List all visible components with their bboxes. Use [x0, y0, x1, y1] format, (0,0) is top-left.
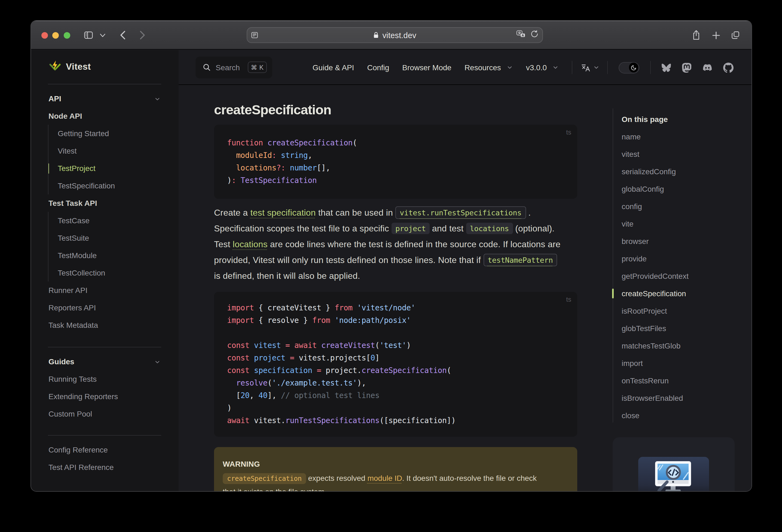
- outline-item-isrootproject[interactable]: isRootProject: [621, 302, 743, 320]
- sidebar-item-test-api-reference[interactable]: Test API Reference: [48, 459, 179, 476]
- sidebar-item-custom-pool[interactable]: Custom Pool: [48, 405, 179, 422]
- dark-mode-toggle[interactable]: [618, 62, 639, 73]
- sponsor-card[interactable]: [613, 437, 734, 491]
- doc-scroll-area[interactable]: createSpecification ts function createSp…: [179, 85, 751, 491]
- sidebar-item-running-tests[interactable]: Running Tests: [48, 370, 179, 387]
- nav-link-v3-0-0[interactable]: v3.0.0: [520, 63, 565, 72]
- nav-link-config[interactable]: Config: [360, 63, 396, 72]
- vitest-logo[interactable]: Vitest: [48, 60, 91, 73]
- outline-item-globalconfig[interactable]: globalConfig: [621, 180, 743, 198]
- code-line: const specification = project.createSpec…: [227, 364, 564, 377]
- warning-title: WARNING: [223, 459, 569, 468]
- nav-link-label: v3.0.0: [526, 63, 547, 72]
- sidebar-group-title-guides[interactable]: Guides: [48, 353, 179, 370]
- close-window-button[interactable]: [41, 32, 48, 39]
- doc-link-test-specification[interactable]: test specification: [250, 208, 316, 217]
- sidebar-item-testsuite[interactable]: TestSuite: [58, 229, 179, 247]
- share-icon[interactable]: [689, 21, 703, 49]
- outline-item-close[interactable]: close: [621, 407, 743, 424]
- outline-item-name[interactable]: name: [621, 128, 743, 145]
- lock-icon: [373, 32, 379, 39]
- outline-item-serializedconfig[interactable]: serializedConfig: [621, 163, 743, 180]
- docs-navbar: Search ⌘ K Guide & APIConfigBrowser Mode…: [179, 50, 751, 85]
- zoom-window-button[interactable]: [64, 32, 70, 39]
- search-shortcut: ⌘ K: [248, 62, 267, 73]
- paragraph-line: provided, Vitest will only run tests def…: [214, 252, 577, 268]
- sidebar-group-label: Guides: [48, 357, 74, 366]
- sidebar-item-testcase[interactable]: TestCase: [58, 212, 179, 229]
- outline-item-createspecification[interactable]: createSpecification: [621, 285, 743, 302]
- discord-icon[interactable]: [697, 58, 718, 77]
- outline-item-vite[interactable]: vite: [621, 215, 743, 233]
- doc-link-locations[interactable]: locations: [233, 239, 268, 249]
- nav-link-guide-api[interactable]: Guide & API: [306, 63, 361, 72]
- sidebar-item-task-metadata[interactable]: Task Metadata: [48, 316, 179, 334]
- sidebar-group-label: API: [48, 94, 61, 103]
- code-line: const vitest = await createVitest('test'…: [227, 339, 564, 352]
- code-line: [20, 40], // optional test lines: [227, 389, 564, 401]
- forward-icon[interactable]: [137, 21, 148, 49]
- sidebar-item-extending-reporters[interactable]: Extending Reporters: [48, 387, 179, 405]
- sidebar-item-vitest[interactable]: Vitest: [58, 142, 179, 159]
- github-icon[interactable]: [718, 58, 739, 77]
- warning-line: createSpecification expects resolved mod…: [223, 471, 569, 485]
- code-block-example[interactable]: ts import { createVitest } from 'vitest/…: [214, 292, 577, 436]
- code-line: resolve('./example.test.ts'),: [227, 377, 564, 389]
- safari-window: vitest.dev: [31, 21, 751, 491]
- bluesky-icon[interactable]: [656, 58, 676, 77]
- sidebar-group-title-api[interactable]: API: [48, 90, 179, 107]
- outline-item-config[interactable]: config: [621, 198, 743, 215]
- doc-code-link-vitest-runtestspecifications[interactable]: vitest.runTestSpecifications: [395, 208, 526, 217]
- code-line: await vitest.runTestSpecifications([spec…: [227, 414, 564, 427]
- nav-link-resources[interactable]: Resources: [458, 63, 520, 72]
- outline-item-vitest[interactable]: vitest: [621, 145, 743, 163]
- main-area: Search ⌘ K Guide & APIConfigBrowser Mode…: [179, 50, 751, 491]
- sidebar-item-testcollection[interactable]: TestCollection: [58, 264, 179, 282]
- nav-link-label: Resources: [464, 63, 501, 72]
- sidebar-divider: [48, 435, 161, 436]
- sidebar-item-runner-api[interactable]: Runner API: [48, 282, 179, 299]
- outline-item-browser[interactable]: browser: [621, 233, 743, 250]
- outline-item-import[interactable]: import: [621, 354, 743, 372]
- url-host[interactable]: vitest.dev: [382, 31, 416, 39]
- browser-titlebar: vitest.dev: [31, 21, 751, 49]
- tab-group-chevron-icon[interactable]: [98, 21, 107, 49]
- outline-item-matchestestglob[interactable]: matchesTestGlob: [621, 337, 743, 354]
- address-bar[interactable]: vitest.dev: [246, 28, 543, 43]
- inline-code: createSpecification: [223, 473, 306, 484]
- new-tab-icon[interactable]: [709, 21, 722, 49]
- tab-overview-icon[interactable]: [728, 21, 742, 49]
- outline-item-ontestsrerun[interactable]: onTestsRerun: [621, 372, 743, 389]
- minimize-window-button[interactable]: [52, 32, 59, 39]
- inline-code: testNamePattern: [483, 254, 557, 266]
- sidebar-item-getting-started[interactable]: Getting Started: [58, 125, 179, 142]
- language-menu-button[interactable]: [572, 63, 607, 72]
- sidebar-item-config-reference[interactable]: Config Reference: [48, 441, 179, 459]
- chevron-down-icon: [549, 64, 559, 71]
- outline-item-provide[interactable]: provide: [621, 250, 743, 268]
- reload-icon[interactable]: [530, 30, 539, 40]
- doc-code-link-testnamepattern[interactable]: testNamePattern: [483, 255, 557, 264]
- outline-track: [613, 108, 613, 423]
- sidebar-item-testproject[interactable]: TestProject: [58, 159, 179, 177]
- translate-icon[interactable]: [516, 30, 526, 40]
- doc-link-module-id[interactable]: module ID: [367, 473, 402, 482]
- nav-link-browser-mode[interactable]: Browser Mode: [396, 63, 458, 72]
- outline-title: On this page: [621, 110, 743, 128]
- sidebar-item-testspecification[interactable]: TestSpecification: [58, 177, 179, 194]
- sidebar-item-node-api[interactable]: Node API: [48, 107, 179, 125]
- sidebar-indent-guide: [48, 212, 49, 282]
- mastodon-icon[interactable]: [676, 58, 697, 77]
- search-button[interactable]: Search ⌘ K: [196, 56, 272, 78]
- sidebar-item-testmodule[interactable]: TestModule: [58, 247, 179, 264]
- code-line: locations?: number[],: [227, 162, 564, 174]
- back-icon[interactable]: [117, 21, 128, 49]
- paragraph-line: Test locations are code lines where the …: [214, 236, 577, 252]
- sidebar-toggle-icon[interactable]: [82, 21, 95, 49]
- code-block-signature[interactable]: ts function createSpecification( moduleI…: [214, 125, 577, 199]
- outline-item-globtestfiles[interactable]: globTestFiles: [621, 320, 743, 337]
- outline-item-isbrowserenabled[interactable]: isBrowserEnabled: [621, 389, 743, 407]
- sidebar-item-reporters-api[interactable]: Reporters API: [48, 299, 179, 316]
- outline-item-getprovidedcontext[interactable]: getProvidedContext: [621, 268, 743, 285]
- sidebar-item-test-task-api[interactable]: Test Task API: [48, 194, 179, 212]
